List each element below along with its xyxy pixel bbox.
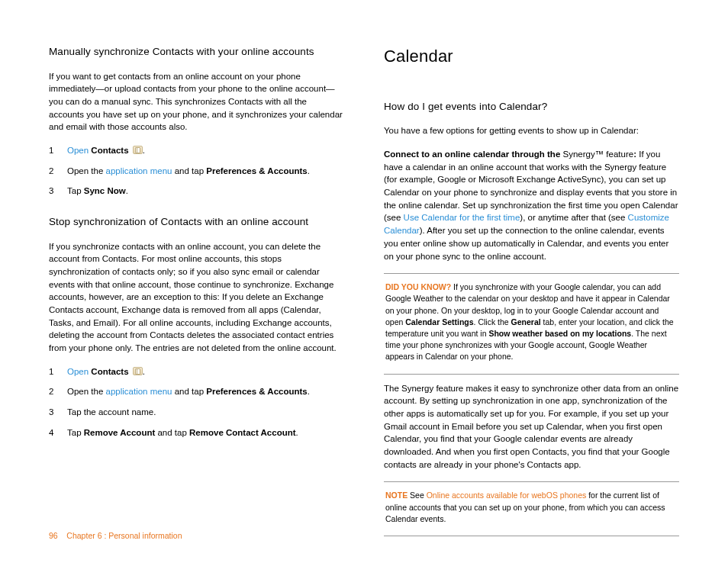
right-column: Calendar How do I get events into Calend… xyxy=(384,44,679,544)
step: 2 Open the application menu and tap Pref… xyxy=(49,165,344,178)
step: 3 Tap Sync Now. xyxy=(49,185,344,198)
steps-sync: 1 Open Contacts . 2 Open the application… xyxy=(49,144,344,198)
paragraph: If you want to get contacts from an onli… xyxy=(49,70,344,134)
paragraph: You have a few options for getting event… xyxy=(384,124,679,137)
open-link[interactable]: Open xyxy=(67,146,89,155)
app-menu-link[interactable]: application menu xyxy=(106,387,172,396)
use-calendar-link[interactable]: Use Calendar for the first time xyxy=(404,213,520,222)
step: 4 Tap Remove Account and tap Remove Cont… xyxy=(49,426,344,439)
page-number: 96 xyxy=(49,531,58,540)
open-link[interactable]: Open xyxy=(67,367,89,376)
app-menu-link[interactable]: application menu xyxy=(106,166,172,175)
step: 2 Open the application menu and tap Pref… xyxy=(49,385,344,398)
paragraph: Connect to an online calendar through th… xyxy=(384,148,679,262)
online-accounts-link[interactable]: Online accounts available for webOS phon… xyxy=(427,491,587,500)
contacts-icon xyxy=(133,146,143,154)
divider xyxy=(384,536,679,536)
step: 1 Open Contacts . xyxy=(49,144,344,157)
step: 1 Open Contacts . xyxy=(49,365,344,378)
steps-stop: 1 Open Contacts . 2 Open the application… xyxy=(49,365,344,439)
section-heading-stop: Stop synchronization of Contacts with an… xyxy=(49,214,344,230)
step: 3 Tap the account name. xyxy=(49,406,344,419)
did-you-know-callout: DID YOU KNOW? If you synchronize with yo… xyxy=(384,282,679,363)
contacts-icon xyxy=(133,367,143,375)
section-heading-events: How do I get events into Calendar? xyxy=(384,99,679,114)
page-title: Calendar xyxy=(384,44,679,69)
chapter-label: Chapter 6 : Personal information xyxy=(66,531,182,540)
divider xyxy=(384,273,679,274)
divider xyxy=(384,374,679,375)
left-column: Manually synchronize Contacts with your … xyxy=(49,44,344,544)
note-callout: NOTE See Online accounts available for w… xyxy=(384,490,679,525)
paragraph: If you synchronize contacts with an onli… xyxy=(49,240,344,355)
paragraph: The Synergy feature makes it easy to syn… xyxy=(384,382,679,471)
divider xyxy=(384,481,679,482)
section-heading-sync: Manually synchronize Contacts with your … xyxy=(49,44,344,60)
page-footer: 96 Chapter 6 : Personal information xyxy=(49,530,182,542)
